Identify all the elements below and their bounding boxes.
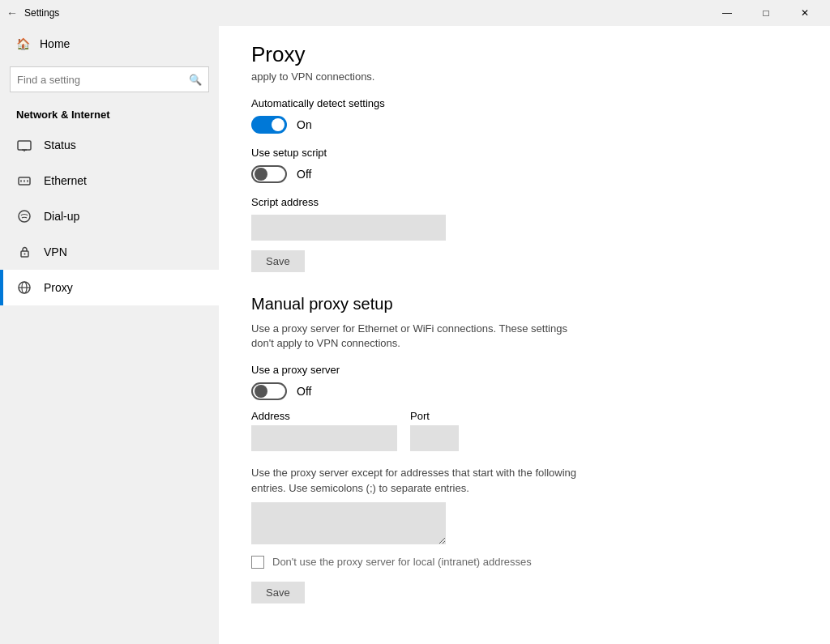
search-box[interactable]: 🔍 bbox=[10, 66, 209, 92]
address-label: Address bbox=[251, 410, 397, 422]
use-proxy-state: Off bbox=[297, 385, 311, 398]
sidebar-item-status[interactable]: Status bbox=[0, 127, 219, 163]
title-bar-title: Settings bbox=[24, 7, 59, 19]
vpn-icon bbox=[16, 244, 32, 260]
back-icon: ← bbox=[6, 6, 18, 19]
sidebar-home-button[interactable]: 🏠 Home bbox=[0, 26, 219, 62]
sidebar-item-dialup[interactable]: Dial-up bbox=[0, 198, 219, 234]
save-button-2[interactable]: Save bbox=[251, 582, 305, 603]
port-input[interactable] bbox=[410, 425, 459, 451]
address-group: Address bbox=[251, 410, 397, 451]
address-input[interactable] bbox=[251, 425, 397, 451]
auto-detect-toggle[interactable] bbox=[251, 116, 287, 134]
proxy-icon bbox=[16, 279, 32, 296]
script-address-label: Script address bbox=[251, 196, 798, 208]
title-bar-controls: — □ ✕ bbox=[708, 0, 824, 26]
title-bar: ← Settings — □ ✕ bbox=[0, 0, 830, 26]
svg-point-9 bbox=[24, 254, 26, 255]
setup-script-state: Off bbox=[297, 168, 311, 181]
script-address-input[interactable] bbox=[251, 215, 446, 241]
app-body: 🏠 Home 🔍 Network & Internet Status Ether… bbox=[0, 26, 830, 644]
search-input[interactable] bbox=[17, 74, 189, 86]
setup-script-thumb bbox=[255, 168, 267, 181]
auto-detect-thumb bbox=[272, 118, 285, 131]
exception-desc: Use the proxy server except for addresse… bbox=[251, 466, 592, 495]
exception-input[interactable] bbox=[251, 502, 446, 544]
close-button[interactable]: ✕ bbox=[786, 0, 824, 26]
sidebar: 🏠 Home 🔍 Network & Internet Status Ether… bbox=[0, 26, 219, 644]
use-proxy-toggle[interactable] bbox=[251, 382, 287, 400]
use-proxy-label: Use a proxy server bbox=[251, 364, 798, 376]
status-icon bbox=[16, 137, 32, 153]
minimize-button[interactable]: — bbox=[708, 0, 746, 26]
status-label: Status bbox=[44, 139, 76, 151]
proxy-label: Proxy bbox=[44, 281, 73, 294]
sidebar-item-proxy[interactable]: Proxy bbox=[0, 270, 219, 305]
save-button-1[interactable]: Save bbox=[251, 250, 305, 272]
ethernet-icon bbox=[16, 173, 32, 189]
manual-desc: Use a proxy server for Ethernet or WiFi … bbox=[251, 322, 592, 351]
svg-point-7 bbox=[19, 211, 30, 222]
search-icon: 🔍 bbox=[189, 74, 202, 86]
title-bar-left: ← Settings bbox=[6, 6, 59, 19]
auto-detect-state: On bbox=[297, 118, 312, 131]
auto-detect-toggle-row: On bbox=[251, 116, 798, 134]
home-label: Home bbox=[40, 37, 70, 50]
dialup-label: Dial-up bbox=[44, 210, 79, 223]
port-group: Port bbox=[410, 410, 459, 451]
dialup-icon bbox=[16, 208, 32, 224]
page-title: Proxy bbox=[251, 42, 798, 67]
svg-rect-0 bbox=[18, 141, 31, 150]
port-label: Port bbox=[410, 410, 459, 422]
checkbox-row: Don't use the proxy server for local (in… bbox=[251, 556, 798, 569]
auto-detect-subtitle: apply to VPN connections. bbox=[251, 70, 798, 83]
section-label: Network & Internet bbox=[0, 102, 219, 127]
setup-script-toggle-row: Off bbox=[251, 165, 798, 183]
ethernet-label: Ethernet bbox=[44, 174, 87, 187]
sidebar-item-vpn[interactable]: VPN bbox=[0, 234, 219, 270]
maximize-button[interactable]: □ bbox=[747, 0, 785, 26]
address-port-row: Address Port bbox=[251, 410, 798, 451]
checkbox-label: Don't use the proxy server for local (in… bbox=[272, 556, 532, 568]
manual-proxy-title: Manual proxy setup bbox=[251, 295, 798, 313]
vpn-label: VPN bbox=[44, 245, 67, 258]
main-content: Proxy apply to VPN connections. Automati… bbox=[219, 26, 830, 644]
setup-script-toggle[interactable] bbox=[251, 165, 287, 183]
setup-script-label: Use setup script bbox=[251, 147, 798, 159]
home-icon: 🏠 bbox=[16, 37, 30, 50]
local-intranet-checkbox[interactable] bbox=[251, 556, 264, 569]
use-proxy-toggle-row: Off bbox=[251, 382, 798, 400]
sidebar-item-ethernet[interactable]: Ethernet bbox=[0, 163, 219, 198]
auto-detect-label: Automatically detect settings bbox=[251, 97, 798, 109]
use-proxy-thumb bbox=[255, 385, 267, 398]
